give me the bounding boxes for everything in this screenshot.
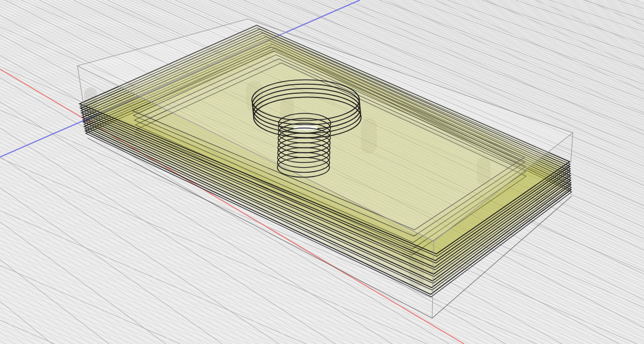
grid-major-line: [0, 264, 644, 344]
grid-fine-line: [0, 0, 133, 344]
grid-major-line: [0, 319, 644, 344]
grid-fine-line: [0, 315, 644, 344]
scene-svg[interactable]: [0, 0, 644, 344]
grid-fine-line: [0, 336, 644, 344]
viewport[interactable]: [0, 0, 644, 344]
